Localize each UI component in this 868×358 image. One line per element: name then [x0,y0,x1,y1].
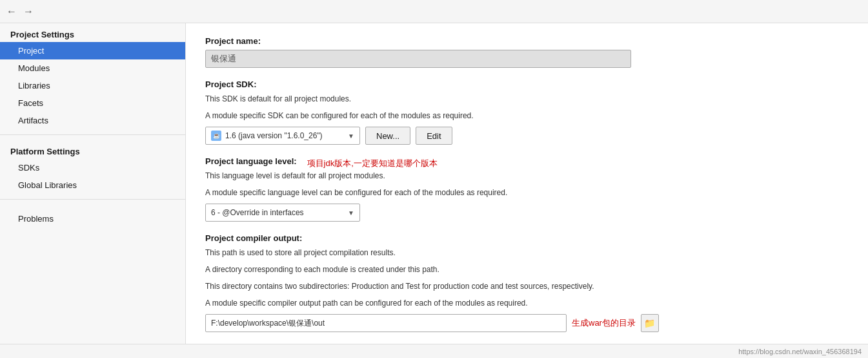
sdk-edit-button[interactable]: Edit [416,127,452,145]
compiler-desc2: A directory corresponding to each module… [205,264,849,275]
sdk-select[interactable]: ☕ 1.6 (java version "1.6.0_26") ▼ [205,127,360,145]
top-nav: ← → [0,0,868,23]
chevron-down-icon-lang: ▼ [348,209,354,216]
platform-settings-header: Platform Settings [0,140,185,159]
chevron-down-icon: ▼ [348,132,354,140]
sidebar-divider-2 [0,199,185,200]
folder-browse-button[interactable]: 📁 [641,314,659,332]
compiler-desc4: A module specific compiler output path c… [205,297,849,309]
sdk-java-icon: ☕ [211,131,221,141]
sidebar: Project Settings Project Modules Librari… [0,23,186,344]
compiler-output-annotation: 生成war包的目录 [572,317,636,329]
sdk-new-button[interactable]: New... [365,127,410,145]
language-level-section: Project language level: 项目jdk版本,一定要知道是哪个… [205,156,849,222]
sdk-desc1: This SDK is default for all project modu… [205,93,849,105]
compiler-output-label: Project compiler output: [205,233,849,243]
status-url: https://blog.csdn.net/waxin_456368194 [738,348,862,355]
status-bar: https://blog.csdn.net/waxin_456368194 [0,344,868,358]
forward-button[interactable]: → [23,6,34,17]
sidebar-item-facets[interactable]: Facets [0,94,185,112]
project-sdk-section: Project SDK: This SDK is default for all… [205,79,849,145]
language-level-annotation: 项目jdk版本,一定要知道是哪个版本 [307,158,438,169]
sidebar-item-libraries[interactable]: Libraries [0,77,185,94]
project-name-section: Project name: [205,36,849,68]
sdk-desc2: A module specific SDK can be configured … [205,110,849,121]
content-area: Project name: Project SDK: This SDK is d… [186,23,868,344]
sidebar-item-sdks[interactable]: SDKs [0,159,185,176]
main-layout: Project Settings Project Modules Librari… [0,23,868,344]
compiler-output-row: 生成war包的目录 📁 [205,314,849,332]
language-level-select[interactable]: 6 - @Override in interfaces ▼ [205,204,360,222]
project-name-label: Project name: [205,36,849,46]
sidebar-item-artifacts[interactable]: Artifacts [0,112,185,129]
sidebar-divider [0,134,185,135]
sdk-row: ☕ 1.6 (java version "1.6.0_26") ▼ New...… [205,127,849,145]
sdk-select-text: 1.6 (java version "1.6.0_26") [225,131,344,140]
compiler-desc3: This directory contains two subdirectori… [205,280,849,292]
folder-icon: 📁 [644,318,655,328]
project-settings-header: Project Settings [0,23,185,42]
sidebar-item-global-libraries[interactable]: Global Libraries [0,176,185,194]
compiler-output-section: Project compiler output: This path is us… [205,233,849,332]
sidebar-item-problems[interactable]: Problems [0,210,185,227]
compiler-output-input[interactable] [205,314,567,332]
sidebar-item-project[interactable]: Project [0,42,185,59]
compiler-desc1: This path is used to store all project c… [205,247,849,258]
back-button[interactable]: ← [6,6,17,17]
language-level-label: Project language level: [205,156,297,166]
project-sdk-label: Project SDK: [205,79,849,89]
lang-desc2: A module specific language level can be … [205,187,849,198]
lang-desc1: This language level is default for all p… [205,170,849,182]
project-name-input[interactable] [205,50,631,68]
sidebar-item-modules[interactable]: Modules [0,59,185,77]
lang-select-text: 6 - @Override in interfaces [211,208,344,217]
